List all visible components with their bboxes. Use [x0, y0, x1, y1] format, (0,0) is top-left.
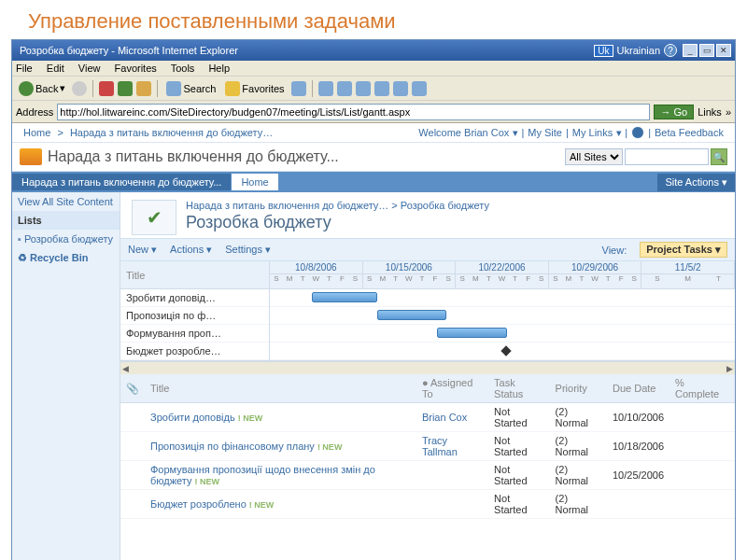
page-title: Розробка бюджету — [132, 213, 724, 232]
history-icon[interactable] — [291, 81, 306, 96]
mail-icon[interactable] — [318, 81, 333, 96]
sp-help-icon[interactable]: ? — [631, 126, 644, 139]
search-go-icon[interactable]: 🔍 — [711, 148, 727, 165]
view-selector[interactable]: Project Tasks ▾ — [640, 242, 727, 258]
back-icon — [19, 81, 34, 96]
search-icon — [166, 81, 181, 96]
slide-title: Управление поставленными задачами — [0, 0, 747, 39]
gantt-chart: Title Зробити доповід… Пропозиція по ф… … — [120, 261, 735, 361]
help-icon[interactable]: ? — [664, 44, 677, 57]
print-icon[interactable] — [337, 81, 352, 96]
actions-menu[interactable]: Actions ▾ — [170, 244, 212, 256]
go-button[interactable]: → Go — [654, 105, 694, 119]
search-button[interactable]: Search — [163, 80, 218, 97]
links-label[interactable]: Links — [698, 106, 722, 118]
col-complete[interactable]: % Complete — [669, 374, 735, 403]
table-row[interactable]: Пропозиція по фінансовому плану ! NEWTra… — [120, 432, 735, 461]
col-priority[interactable]: Priority — [550, 374, 607, 403]
gantt-row-title[interactable]: Бюджет розробле… — [120, 343, 269, 360]
restore-button[interactable]: ▭ — [699, 44, 714, 57]
gantt-scrollbar[interactable]: ◀▶ — [120, 361, 735, 374]
col-title[interactable]: Title — [145, 374, 416, 403]
edit-icon[interactable] — [356, 81, 371, 96]
gantt-title-column: Title Зробити доповід… Пропозиція по ф… … — [120, 261, 270, 360]
gantt-bar[interactable] — [312, 292, 377, 302]
view-label: View: — [602, 245, 627, 256]
menu-edit[interactable]: Edit — [47, 63, 64, 74]
sidebar-lists-header: Lists — [12, 211, 120, 230]
nav-tabs: Нарада з питань включення до бюджету... … — [12, 172, 735, 192]
lang-code-badge[interactable]: Uk — [594, 45, 613, 57]
gantt-title-header: Title — [120, 261, 269, 289]
page-header: ✔ Нарада з питань включення до бюджету… … — [120, 192, 735, 238]
list-action-bar: New ▾ Actions ▾ Settings ▾ View: Project… — [120, 238, 735, 261]
forward-icon[interactable] — [72, 81, 87, 96]
mylinks-link[interactable]: My Links — [572, 127, 613, 138]
menu-tools[interactable]: Tools — [171, 63, 195, 74]
chevron-icon[interactable]: » — [726, 106, 731, 118]
site-logo-icon — [20, 148, 42, 165]
site-title: Нарада з питань включення до бюджету... — [48, 148, 565, 165]
menu-view[interactable]: View — [78, 63, 101, 74]
home-link[interactable]: Home — [23, 127, 50, 138]
search-scope-select[interactable]: All Sites — [565, 148, 623, 165]
gantt-row-title[interactable]: Зробити доповід… — [120, 289, 269, 307]
address-label: Address — [16, 106, 53, 118]
minimize-button[interactable]: _ — [683, 44, 698, 57]
menubar: File Edit View Favorites Tools Help — [12, 61, 735, 77]
window-title: Розробка бюджету - Microsoft Internet Ex… — [16, 45, 594, 56]
beta-link[interactable]: Beta Feedback — [655, 127, 724, 138]
recycle-bin[interactable]: ♻ Recycle Bin — [12, 248, 120, 268]
col-assigned[interactable]: ● Assigned To — [416, 374, 488, 403]
star-icon — [225, 81, 240, 96]
gantt-date-header: 10/8/2006SMTWTFS 10/15/2006SMTWTFS 10/22… — [270, 261, 735, 289]
col-attach[interactable]: 📎 — [120, 374, 145, 403]
table-row[interactable]: Зробити доповідь ! NEWBrian CoxNot Start… — [120, 403, 735, 432]
mysite-link[interactable]: My Site — [528, 127, 562, 138]
toolbar: Back ▾ Search Favorites — [12, 77, 735, 101]
milestone-icon[interactable] — [500, 345, 511, 356]
messenger-icon[interactable] — [412, 81, 427, 96]
titlebar: Розробка бюджету - Microsoft Internet Ex… — [12, 40, 735, 61]
table-row[interactable]: Бюджет розроблено ! NEWNot Started(2) No… — [120, 490, 735, 519]
table-row[interactable]: Формування пропозиції щодо внесення змін… — [120, 461, 735, 490]
gantt-bars — [270, 289, 735, 360]
task-table: 📎 Title ● Assigned To Task Status Priori… — [120, 374, 735, 519]
favorites-button[interactable]: Favorites — [222, 80, 287, 97]
list-icon: ✔ — [132, 200, 176, 235]
page-breadcrumb[interactable]: Нарада з питань включення до бюджету… > … — [132, 200, 724, 211]
addressbar: Address → Go Links » — [12, 101, 735, 123]
main-panel: ✔ Нарада з питань включення до бюджету… … — [120, 192, 735, 560]
discuss-icon[interactable] — [374, 81, 389, 96]
sidebar-item-budget[interactable]: Розробка бюджету — [12, 230, 120, 248]
stop-icon[interactable] — [99, 81, 114, 96]
gantt-row-title[interactable]: Пропозиція по ф… — [120, 307, 269, 325]
menu-file[interactable]: File — [16, 63, 33, 74]
welcome-user[interactable]: Welcome Brian Cox — [418, 127, 509, 138]
gantt-timeline: 10/8/2006SMTWTFS 10/15/2006SMTWTFS 10/22… — [270, 261, 735, 360]
search-input[interactable] — [625, 148, 709, 165]
research-icon[interactable] — [393, 81, 408, 96]
site-actions-menu[interactable]: Site Actions ▾ — [657, 174, 735, 191]
sidebar: View All Site Content Lists Розробка бюд… — [12, 192, 120, 560]
close-button[interactable]: ✕ — [716, 44, 731, 57]
refresh-icon[interactable] — [118, 81, 133, 96]
gantt-bar[interactable] — [377, 310, 447, 320]
home-icon[interactable] — [136, 81, 151, 96]
lang-name: Ukrainian — [617, 45, 660, 56]
gantt-bar[interactable] — [437, 328, 507, 338]
address-input[interactable] — [57, 104, 650, 120]
col-due[interactable]: Due Date — [607, 374, 669, 403]
menu-favorites[interactable]: Favorites — [115, 63, 157, 74]
col-status[interactable]: Task Status — [488, 374, 550, 403]
tab-home[interactable]: Home — [232, 174, 277, 190]
back-button[interactable]: Back ▾ — [16, 80, 68, 97]
view-all-content[interactable]: View All Site Content — [12, 192, 120, 211]
gantt-row-title[interactable]: Формування проп… — [120, 325, 269, 343]
menu-help[interactable]: Help — [208, 63, 230, 74]
settings-menu[interactable]: Settings ▾ — [225, 244, 271, 256]
new-menu[interactable]: New ▾ — [128, 244, 157, 256]
browser-window: Розробка бюджету - Microsoft Internet Ex… — [11, 39, 736, 560]
crumb-link[interactable]: Нарада з питань включення до бюджету… — [70, 127, 273, 138]
tab-main[interactable]: Нарада з питань включення до бюджету... — [12, 174, 231, 190]
